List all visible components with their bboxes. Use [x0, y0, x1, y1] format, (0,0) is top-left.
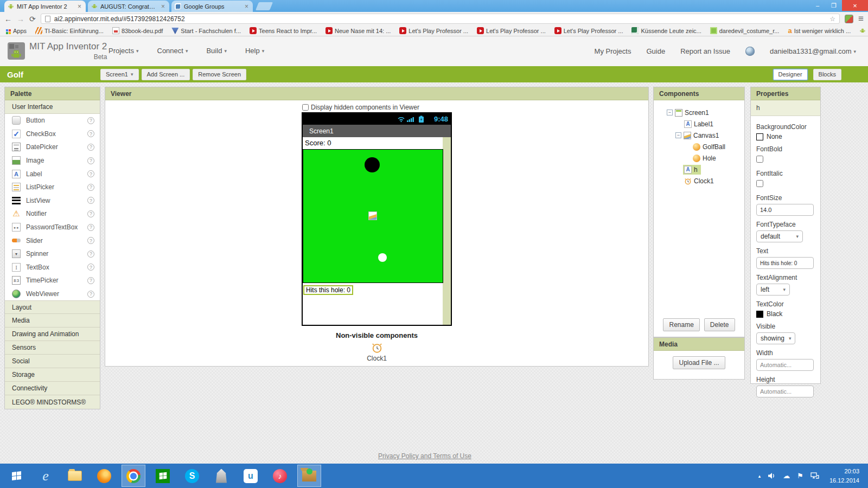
- address-bar[interactable]: ai2.appinventor.mit.edu/#517392981242675…: [41, 14, 840, 24]
- fontsize-input[interactable]: [756, 204, 814, 216]
- rename-button[interactable]: Rename: [663, 318, 699, 331]
- textcolor-picker[interactable]: Black: [756, 310, 815, 318]
- bookmark-item[interactable]: Neue Nase mit 14: ...: [326, 27, 391, 34]
- maximize-button[interactable]: ❐: [826, 0, 842, 11]
- remove-screen-button[interactable]: Remove Screen: [193, 69, 246, 80]
- backgroundcolor-picker[interactable]: None: [756, 133, 815, 140]
- help-icon[interactable]: ?: [87, 170, 94, 177]
- help-icon[interactable]: ?: [87, 144, 94, 151]
- hits-label-component-selected[interactable]: Hits this hole: 0: [303, 285, 353, 295]
- help-icon[interactable]: ?: [87, 117, 94, 124]
- tab-close-icon[interactable]: ×: [244, 3, 250, 10]
- minimize-button[interactable]: –: [809, 0, 826, 11]
- hole-sprite[interactable]: [365, 157, 380, 172]
- palette-section-connectivity[interactable]: Connectivity: [5, 382, 100, 395]
- bookmark-item[interactable]: Teens React to Impr...: [250, 27, 317, 34]
- tree-item-h-selected[interactable]: Ah: [654, 164, 744, 175]
- display-hidden-checkbox[interactable]: [302, 104, 309, 111]
- fonttypeface-select[interactable]: default▾: [756, 230, 803, 242]
- textalignment-select[interactable]: left▾: [756, 284, 790, 296]
- palette-item-slider[interactable]: Slider?: [5, 234, 100, 247]
- palette-section-social[interactable]: Social: [5, 355, 100, 368]
- help-icon[interactable]: ?: [87, 157, 94, 164]
- palette-section-drawing[interactable]: Drawing and Animation: [5, 328, 100, 341]
- help-icon[interactable]: ?: [87, 197, 94, 204]
- help-icon[interactable]: ?: [87, 291, 94, 298]
- bookmark-item[interactable]: Let's Play Professor ...: [477, 27, 546, 34]
- golfball-sprite[interactable]: [378, 253, 387, 262]
- new-tab-button[interactable]: [256, 2, 273, 10]
- bookmark-item[interactable]: aIst weniger wirklich ...: [788, 27, 851, 34]
- collapse-icon[interactable]: −: [675, 132, 681, 138]
- score-label-component[interactable]: Score: 0: [303, 137, 443, 149]
- back-button[interactable]: ←: [4, 15, 12, 23]
- internet-explorer-button[interactable]: e: [34, 465, 58, 487]
- action-center-flag-icon[interactable]: ⚑: [797, 472, 803, 480]
- palette-item-datepicker[interactable]: DatePicker?: [5, 140, 100, 154]
- palette-item-timepicker[interactable]: 8:3TimePicker?: [5, 274, 100, 287]
- bookmark-item[interactable]: Let's Play Professor ...: [554, 27, 623, 34]
- palette-item-listpicker[interactable]: ListPicker?: [5, 181, 100, 194]
- bookmark-item[interactable]: ai2.appinventor.mit....: [859, 28, 868, 34]
- nonvisible-clock-component[interactable]: Clock1: [367, 342, 387, 362]
- width-input[interactable]: [756, 359, 814, 371]
- kaspersky-extension-icon[interactable]: [845, 15, 853, 23]
- privacy-terms-link[interactable]: Privacy Policy and Terms of Use: [0, 452, 850, 460]
- tree-item-golfball[interactable]: GolfBall: [654, 141, 744, 152]
- image-sprite[interactable]: [368, 211, 377, 220]
- skype-button[interactable]: S: [180, 465, 204, 487]
- palette-item-spinner[interactable]: ▾Spinner?: [5, 247, 100, 261]
- text-input[interactable]: [756, 257, 814, 269]
- itunes-button[interactable]: ♪: [268, 465, 292, 487]
- hidden-icons-caret[interactable]: ▴: [758, 473, 761, 479]
- help-icon[interactable]: ?: [87, 277, 94, 284]
- tree-item-clock1[interactable]: Clock1: [654, 175, 744, 187]
- url-text[interactable]: ai2.appinventor.mit.edu/#517392981242675…: [54, 15, 826, 23]
- palette-item-image[interactable]: Image?: [5, 154, 100, 168]
- help-icon[interactable]: ?: [87, 210, 94, 217]
- canvas-component[interactable]: [303, 149, 443, 283]
- menu-help[interactable]: Help▾: [245, 47, 264, 55]
- palette-item-listview[interactable]: ListView?: [5, 194, 100, 208]
- designer-button[interactable]: Designer: [773, 69, 808, 80]
- visible-select[interactable]: showing▾: [756, 332, 795, 344]
- assassins-creed-button[interactable]: [209, 465, 233, 487]
- palette-item-notifier[interactable]: ⚠Notifier?: [5, 207, 100, 221]
- chrome-button-active[interactable]: [122, 465, 145, 487]
- browser-menu-icon[interactable]: ≡: [858, 14, 864, 23]
- tab-google-groups[interactable]: Google Groups ×: [171, 1, 253, 12]
- tab-close-icon[interactable]: ×: [76, 3, 82, 10]
- bookmark-item[interactable]: Let's Play Professor ...: [399, 27, 468, 34]
- palette-item-checkbox[interactable]: ✓CheckBox?: [5, 127, 100, 141]
- palette-item-passwordtextbox[interactable]: ●●PasswordTextBox?: [5, 221, 100, 234]
- palette-item-button[interactable]: Button?: [5, 114, 100, 127]
- file-explorer-button[interactable]: [63, 465, 87, 487]
- tab-august-congratulations[interactable]: AUGUST: Congratulations ×: [88, 1, 169, 12]
- close-button[interactable]: ×: [842, 0, 868, 11]
- palette-item-textbox[interactable]: ITextBox?: [5, 261, 100, 274]
- taskbar-clock[interactable]: 20:03 16.12.2014: [829, 467, 864, 485]
- palette-section-lego[interactable]: LEGO® MINDSTORMS®: [5, 395, 100, 409]
- forward-button[interactable]: →: [17, 15, 24, 23]
- screen-selector-button[interactable]: Screen1▾: [100, 69, 139, 80]
- palette-section-media[interactable]: Media: [5, 314, 100, 328]
- network-icon[interactable]: [810, 472, 819, 479]
- bookmark-item[interactable]: daredevil_costume_r...: [710, 27, 780, 34]
- tree-item-screen1[interactable]: −Screen1: [654, 107, 744, 118]
- link-my-projects[interactable]: My Projects: [595, 47, 631, 55]
- help-icon[interactable]: ?: [87, 237, 94, 244]
- palette-item-label[interactable]: ALabel?: [5, 167, 100, 181]
- fontbold-checkbox[interactable]: [756, 156, 763, 163]
- palette-section-storage[interactable]: Storage: [5, 368, 100, 382]
- height-input[interactable]: [756, 386, 814, 397]
- menu-projects[interactable]: Projects▾: [108, 47, 139, 55]
- start-button[interactable]: [4, 465, 28, 487]
- tree-item-label1[interactable]: ALabel1: [654, 118, 744, 130]
- tab-mit-app-inventor[interactable]: MIT App Inventor 2 ×: [4, 1, 86, 12]
- help-icon[interactable]: ?: [87, 251, 94, 258]
- tree-item-canvas1[interactable]: −Canvas1: [654, 130, 744, 141]
- tree-item-hole[interactable]: Hole: [654, 152, 744, 164]
- blocks-button[interactable]: Blocks: [813, 69, 841, 80]
- help-icon[interactable]: ?: [87, 264, 94, 271]
- uplay-button[interactable]: u: [239, 465, 263, 487]
